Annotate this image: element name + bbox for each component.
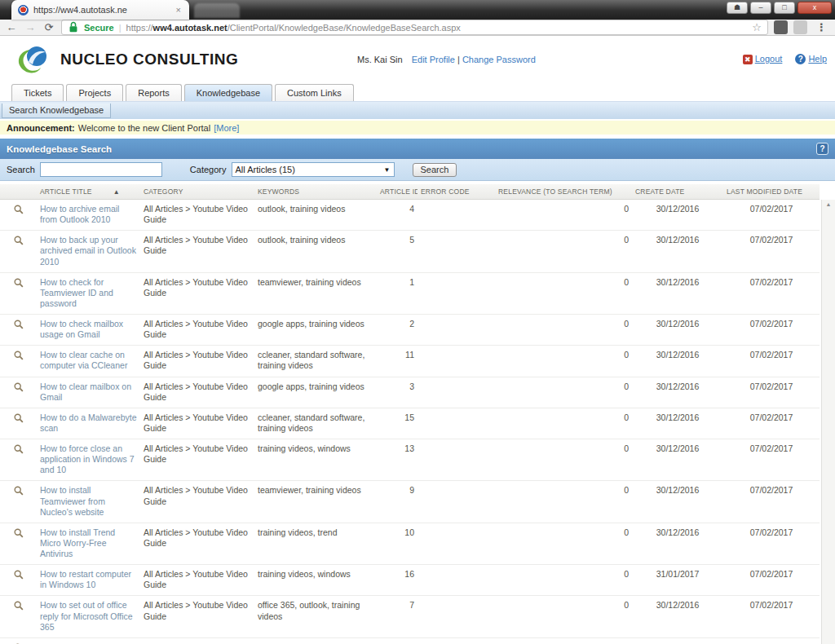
extension-icon[interactable] xyxy=(774,20,788,34)
close-window-button[interactable]: x xyxy=(797,2,832,14)
view-article-icon[interactable] xyxy=(13,207,24,217)
article-title-link[interactable]: How to restart computer in Windows 10 xyxy=(40,569,131,589)
article-title-link[interactable]: How to clear cache on computer via CClea… xyxy=(40,350,127,370)
header-actions: ✖Logout ?Help xyxy=(743,54,827,64)
view-article-icon[interactable] xyxy=(13,572,24,582)
view-article-icon[interactable] xyxy=(13,416,24,426)
column-header-keywords[interactable]: KEYWORDS xyxy=(254,184,377,200)
logout-link[interactable]: Logout xyxy=(755,54,783,64)
article-keywords: teamviewer, training videos xyxy=(254,481,377,523)
new-tab-button[interactable] xyxy=(194,3,240,18)
article-title-link[interactable]: How to install Teamviewer from Nucleo's … xyxy=(40,485,105,516)
article-create-date: 30/12/2016 xyxy=(632,439,723,481)
view-column-header xyxy=(0,184,37,200)
bookmark-star-icon[interactable]: ☆ xyxy=(752,21,762,33)
column-header-create-date[interactable]: CREATE DATE xyxy=(632,184,723,200)
view-article-icon[interactable] xyxy=(13,385,24,395)
forward-icon[interactable]: → xyxy=(24,21,37,33)
article-error-code xyxy=(418,565,495,596)
portal-header: NUCLEO CONSULTING Ms. Kai Sin Edit Profi… xyxy=(0,36,835,82)
article-last-modified: 07/02/2017 xyxy=(723,637,820,644)
article-id: 15 xyxy=(377,408,418,439)
article-error-code xyxy=(418,346,495,377)
browser-tab[interactable]: https://ww4.autotask.ne × xyxy=(11,0,189,20)
chrome-menu-icon[interactable]: ⋮ xyxy=(813,21,830,33)
view-article-icon[interactable] xyxy=(13,280,24,290)
article-keywords: training videos, windows xyxy=(254,565,377,596)
article-category: All Articles > Youtube Video Guide xyxy=(140,200,254,231)
vertical-scrollbar[interactable]: ▲ ▼ xyxy=(821,200,835,644)
page-url: https://ww4.autotask.net/ClientPortal/Kn… xyxy=(126,23,461,33)
omnibox-divider: | xyxy=(119,23,121,33)
article-keywords: training videos, trend xyxy=(254,523,377,564)
minimize-button[interactable]: – xyxy=(750,2,771,14)
change-password-link[interactable]: Change Password xyxy=(462,55,536,64)
edit-profile-link[interactable]: Edit Profile xyxy=(412,55,455,64)
article-id: 10 xyxy=(377,523,418,564)
search-input[interactable] xyxy=(40,162,162,177)
article-title-link[interactable]: How to archive email from Outlook 2010 xyxy=(40,204,119,224)
view-article-icon[interactable] xyxy=(13,603,24,613)
article-keywords: ccleaner, standard software, training vi… xyxy=(254,408,377,439)
article-id: 13 xyxy=(377,439,418,481)
tab-projects[interactable]: Projects xyxy=(66,84,123,101)
article-title-link[interactable]: How to set out of office reply for Micro… xyxy=(40,600,133,631)
article-id: 7 xyxy=(377,596,418,637)
portal-page: NUCLEO CONSULTING Ms. Kai Sin Edit Profi… xyxy=(0,36,835,644)
article-id: 3 xyxy=(377,377,418,408)
column-header-category[interactable]: CATEGORY xyxy=(140,184,254,200)
table-row: How to install Trend Micro Worry-Free An… xyxy=(0,523,820,564)
main-tabstrip: TicketsProjectsReportsKnowledgebaseCusto… xyxy=(0,82,835,101)
maximize-button[interactable]: □ xyxy=(774,2,795,14)
kb-panel-title: Knowledgebase Search xyxy=(7,144,112,154)
article-keywords: google apps, training videos xyxy=(254,377,377,408)
category-select[interactable]: All Articles (15) ▼ xyxy=(232,162,395,177)
article-error-code xyxy=(418,523,495,564)
article-title-link[interactable]: How to back up your archived email in Ou… xyxy=(40,235,136,266)
tab-tickets[interactable]: Tickets xyxy=(11,84,64,101)
announcement-more-link[interactable]: [More] xyxy=(214,123,239,133)
article-title-link[interactable]: How to clear mailbox on Gmail xyxy=(40,382,131,402)
tab-custom-links[interactable]: Custom Links xyxy=(275,84,354,101)
kb-help-icon[interactable]: ? xyxy=(816,143,828,155)
article-title-link[interactable]: How to check mailbox usage on Gmail xyxy=(40,319,123,339)
extension-icon[interactable] xyxy=(793,20,807,34)
back-icon[interactable]: ← xyxy=(5,21,18,33)
scroll-up-icon[interactable]: ▲ xyxy=(826,201,832,207)
article-relevance: 0 xyxy=(495,408,632,439)
search-button[interactable]: Search xyxy=(413,163,457,177)
article-title-link[interactable]: How to check for Teamviewer ID and passw… xyxy=(40,277,113,308)
tab-reports[interactable]: Reports xyxy=(126,84,182,101)
help-link[interactable]: Help xyxy=(808,54,827,64)
close-tab-icon[interactable]: × xyxy=(175,5,183,15)
article-error-code xyxy=(418,637,495,644)
view-article-icon[interactable] xyxy=(13,447,24,457)
view-article-icon[interactable] xyxy=(13,531,24,540)
help-wrap: ?Help xyxy=(795,54,827,64)
view-article-icon[interactable] xyxy=(13,353,24,363)
address-bar[interactable]: Secure | https://ww4.autotask.net/Client… xyxy=(61,20,768,35)
article-title-link[interactable]: How to install Trend Micro Worry-Free An… xyxy=(40,527,115,558)
column-header-last-modified[interactable]: LAST MODIFIED DATE xyxy=(723,184,820,200)
subnav-bar: Search Knowledgebase xyxy=(0,101,835,119)
column-header-article-title[interactable]: ARTICLE TITLE▲ xyxy=(37,184,140,200)
article-category: All Articles > Youtube Video Guide xyxy=(140,231,254,272)
tab-knowledgebase[interactable]: Knowledgebase xyxy=(184,84,272,101)
view-article-icon[interactable] xyxy=(13,488,24,498)
site-favicon-icon xyxy=(18,5,29,15)
reload-icon[interactable]: ⟳ xyxy=(42,21,55,33)
view-article-icon[interactable] xyxy=(13,322,24,332)
article-relevance: 0 xyxy=(495,315,632,346)
article-title-link[interactable]: How to do a Malwarebyte scan xyxy=(40,412,136,433)
view-article-icon[interactable] xyxy=(13,238,24,248)
article-title-link[interactable]: How to force close an application in Win… xyxy=(40,443,135,474)
category-label: Category xyxy=(190,165,227,174)
article-create-date: 30/12/2016 xyxy=(632,481,723,523)
column-header-article-id[interactable]: ARTICLE ID xyxy=(377,184,418,200)
profile-button[interactable]: ☗ xyxy=(727,2,748,14)
column-header-relevance[interactable]: RELEVANCE (TO SEARCH TERM) xyxy=(495,184,632,200)
article-create-date: 30/12/2016 xyxy=(632,377,723,408)
column-header-error-code[interactable]: ERROR CODE xyxy=(418,184,495,200)
article-relevance: 0 xyxy=(495,637,632,644)
search-knowledgebase-button[interactable]: Search Knowledgebase xyxy=(2,104,111,118)
